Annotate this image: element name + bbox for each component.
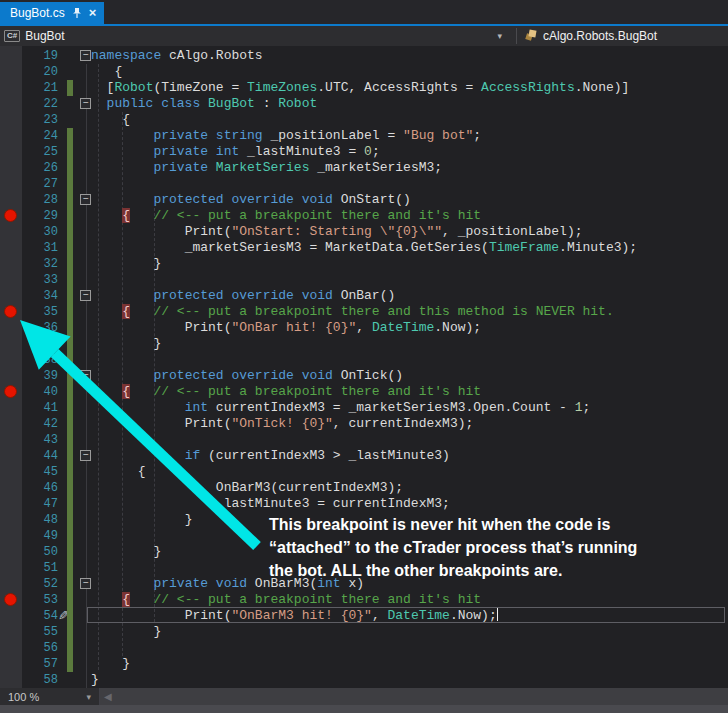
code-line-text[interactable]: Print("OnBar hit! {0}", DateTime.Now); (91, 320, 481, 336)
editor-status-bar: 100 % ▾ ◀ (0, 688, 728, 705)
code-line-23[interactable]: 23 { (0, 112, 728, 128)
code-line-text[interactable]: { // <-- put a breakpoint there and it's… (91, 592, 481, 608)
code-line-45[interactable]: 45 { (0, 464, 728, 480)
code-line-text[interactable]: } (91, 624, 161, 640)
code-line-25[interactable]: 25 private int _lastMinute3 = 0; (0, 144, 728, 160)
code-line-text[interactable]: protected override void OnBar() (91, 288, 395, 304)
code-line-text[interactable]: Print("OnBarM3 hit! {0}", DateTime.Now); (91, 608, 498, 624)
code-line-text[interactable]: OnBarM3(currentIndexM3); (91, 480, 403, 496)
zoom-control[interactable]: 100 % ▾ (0, 688, 100, 705)
code-line-24[interactable]: 24 private string _positionLabel = "Bug … (0, 128, 728, 144)
code-line-47[interactable]: 47 _lastMinute3 = currentIndexM3; (0, 496, 728, 512)
code-line-text[interactable]: private MarketSeries _marketSeriesM3; (91, 160, 442, 176)
code-editor[interactable]: 19−namespace cAlgo.Robots20 {21 [Robot(T… (0, 46, 728, 688)
code-line-text[interactable]: { // <-- put a breakpoint there and it's… (91, 384, 481, 400)
code-line-text[interactable]: private string _positionLabel = "Bug bot… (91, 128, 481, 144)
code-line-53[interactable]: 53 { // <-- put a breakpoint there and i… (0, 592, 728, 608)
code-line-19[interactable]: 19−namespace cAlgo.Robots (0, 48, 728, 64)
change-tracking-bar (67, 368, 73, 384)
code-line-32[interactable]: 32 } (0, 256, 728, 272)
fold-toggle-icon[interactable]: − (80, 290, 91, 301)
code-area[interactable]: 19−namespace cAlgo.Robots20 {21 [Robot(T… (0, 48, 728, 688)
member-dropdown[interactable]: cAlgo.Robots.BugBot (517, 29, 657, 43)
code-line-26[interactable]: 26 private MarketSeries _marketSeriesM3; (0, 160, 728, 176)
code-line-text[interactable]: int currentIndexM3 = _marketSeriesM3.Ope… (91, 400, 590, 416)
code-line-57[interactable]: 57 } (0, 656, 728, 672)
code-line-43[interactable]: 43 (0, 432, 728, 448)
code-line-29[interactable]: 29 { // <-- put a breakpoint there and i… (0, 208, 728, 224)
line-number: 36 (22, 320, 58, 336)
code-line-39[interactable]: 39− protected override void OnTick() (0, 368, 728, 384)
change-tracking-bar (67, 352, 73, 368)
code-line-40[interactable]: 40 { // <-- put a breakpoint there and i… (0, 384, 728, 400)
fold-toggle-icon[interactable]: − (80, 50, 91, 61)
code-line-text[interactable]: Print("OnTick! {0}", currentIndexM3); (91, 416, 473, 432)
code-line-text[interactable]: protected override void OnStart() (91, 192, 411, 208)
code-line-text[interactable]: { (91, 464, 146, 480)
code-line-text[interactable]: } (91, 544, 161, 560)
breakpoint-icon[interactable] (4, 305, 17, 318)
code-line-text[interactable]: { // <-- put a breakpoint there and it's… (91, 208, 481, 224)
code-line-text[interactable]: private int _lastMinute3 = 0; (91, 144, 380, 160)
line-number: 38 (22, 352, 58, 368)
code-line-55[interactable]: 55 } (0, 624, 728, 640)
fold-toggle-icon[interactable]: − (80, 194, 91, 205)
change-tracking-bar (67, 192, 73, 208)
code-line-28[interactable]: 28− protected override void OnStart() (0, 192, 728, 208)
fold-toggle-icon[interactable]: − (80, 578, 91, 589)
code-line-42[interactable]: 42 Print("OnTick! {0}", currentIndexM3); (0, 416, 728, 432)
code-line-text[interactable]: if (currentIndexM3 > _lastMinute3) (91, 448, 450, 464)
code-line-text[interactable]: } (91, 672, 99, 688)
pin-icon[interactable] (72, 7, 82, 19)
code-line-33[interactable]: 33 (0, 272, 728, 288)
code-line-30[interactable]: 30 Print("OnStart: Starting \"{0}\"", _p… (0, 224, 728, 240)
change-tracking-bar (67, 528, 73, 544)
code-line-58[interactable]: 58} (0, 672, 728, 688)
fold-toggle-icon[interactable]: − (80, 98, 91, 109)
code-line-38[interactable]: 38 (0, 352, 728, 368)
scroll-left-arrow[interactable]: ◀ (104, 689, 112, 704)
code-line-text[interactable]: } (91, 656, 130, 672)
code-line-36[interactable]: 36 Print("OnBar hit! {0}", DateTime.Now)… (0, 320, 728, 336)
breakpoint-icon[interactable] (4, 209, 17, 222)
code-line-54[interactable]: ✎54 Print("OnBarM3 hit! {0}", DateTime.N… (0, 608, 728, 624)
code-line-text[interactable]: } (91, 336, 161, 352)
code-line-text[interactable]: [Robot(TimeZone = TimeZones.UTC, AccessR… (91, 80, 629, 96)
code-line-46[interactable]: 46 OnBarM3(currentIndexM3); (0, 480, 728, 496)
breakpoint-icon[interactable] (4, 385, 17, 398)
change-tracking-bar (67, 80, 73, 96)
code-line-text[interactable]: namespace cAlgo.Robots (91, 48, 263, 64)
code-line-text[interactable]: } (91, 512, 192, 528)
horizontal-scrollbar[interactable]: ◀ (100, 688, 728, 705)
code-line-37[interactable]: 37 } (0, 336, 728, 352)
code-line-text[interactable]: _marketSeriesM3 = MarketData.GetSeries(T… (91, 240, 637, 256)
code-line-44[interactable]: 44− if (currentIndexM3 > _lastMinute3) (0, 448, 728, 464)
code-line-text[interactable]: { (91, 112, 130, 128)
type-dropdown[interactable]: C# BugBot ▾ (0, 29, 516, 43)
code-line-text[interactable]: { // <-- put a breakpoint there and this… (91, 304, 614, 320)
code-line-text[interactable]: _lastMinute3 = currentIndexM3; (91, 496, 450, 512)
tab-title: BugBot.cs (10, 6, 65, 20)
code-line-text[interactable]: protected override void OnTick() (91, 368, 403, 384)
code-line-22[interactable]: 22− public class BugBot : Robot (0, 96, 728, 112)
line-number: 54 (22, 608, 58, 624)
code-line-31[interactable]: 31 _marketSeriesM3 = MarketData.GetSerie… (0, 240, 728, 256)
tab-bugbot[interactable]: BugBot.cs × (0, 2, 104, 24)
code-line-text[interactable]: Print("OnStart: Starting \"{0}\"", _posi… (91, 224, 583, 240)
code-line-35[interactable]: 35 { // <-- put a breakpoint there and t… (0, 304, 728, 320)
line-number: 35 (22, 304, 58, 320)
fold-toggle-icon[interactable]: − (80, 370, 91, 381)
fold-toggle-icon[interactable]: − (80, 450, 91, 461)
close-icon[interactable]: × (89, 7, 97, 19)
code-line-27[interactable]: 27 (0, 176, 728, 192)
code-line-56[interactable]: 56 (0, 640, 728, 656)
code-line-34[interactable]: 34− protected override void OnBar() (0, 288, 728, 304)
code-line-text[interactable]: { (91, 64, 122, 80)
code-line-text[interactable]: } (91, 256, 161, 272)
code-line-21[interactable]: 21 [Robot(TimeZone = TimeZones.UTC, Acce… (0, 80, 728, 96)
breakpoint-icon[interactable] (4, 593, 17, 606)
code-line-41[interactable]: 41 int currentIndexM3 = _marketSeriesM3.… (0, 400, 728, 416)
line-number: 24 (22, 128, 58, 144)
code-line-20[interactable]: 20 { (0, 64, 728, 80)
code-line-text[interactable]: public class BugBot : Robot (91, 96, 317, 112)
